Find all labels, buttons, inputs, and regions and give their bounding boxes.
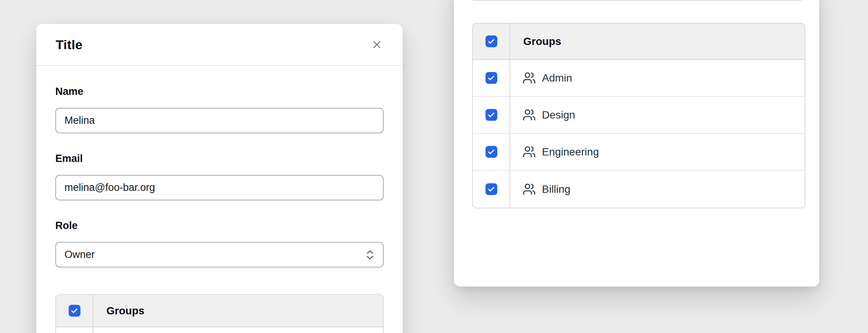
modal-body: Name Email Role Owner <box>36 85 403 333</box>
groups-column-header: Groups <box>93 295 145 327</box>
modal-title: Title <box>56 37 82 52</box>
check-icon <box>487 186 495 193</box>
check-icon <box>487 111 495 119</box>
panel-groups-table-header: Groups <box>473 24 805 60</box>
row-checkbox[interactable] <box>485 146 497 158</box>
x-icon <box>371 38 383 51</box>
row-content-cell: Engineering <box>510 134 599 170</box>
table-row-design[interactable]: Design <box>473 97 805 134</box>
modal-groups-table: Groups <box>55 294 384 333</box>
edit-user-modal: Title Name Email Role Owner <box>36 24 403 333</box>
row-content-cell <box>93 327 106 333</box>
screen: Title Name Email Role Owner <box>0 0 868 333</box>
table-row-billing[interactable]: Billing <box>473 171 805 208</box>
chevrons-up-down-icon <box>364 249 376 261</box>
email-input[interactable] <box>55 175 384 200</box>
table-row-admin[interactable]: Admin <box>473 60 805 97</box>
row-checkbox-cell <box>56 327 93 333</box>
check-icon <box>487 148 495 156</box>
modal-header: Title <box>36 24 403 66</box>
row-content-cell: Admin <box>510 60 572 96</box>
email-label: Email <box>55 152 384 165</box>
groups-column-header: Groups <box>510 24 561 59</box>
group-name: Admin <box>542 72 572 84</box>
header-checkbox-cell <box>473 24 510 59</box>
name-label: Name <box>55 85 384 98</box>
name-input[interactable] <box>55 108 384 133</box>
row-checkbox[interactable] <box>485 183 497 195</box>
users-icon <box>522 183 536 196</box>
group-name: Engineering <box>542 146 599 158</box>
cutoff-select-border <box>473 0 802 1</box>
name-field-group: Name <box>55 85 384 133</box>
users-icon <box>522 71 536 85</box>
users-icon <box>522 108 536 122</box>
table-row-engineering[interactable]: Engineering <box>473 134 805 171</box>
close-button[interactable] <box>368 35 386 54</box>
modal-groups-table-header: Groups <box>56 295 383 327</box>
row-content-cell: Design <box>510 97 575 133</box>
role-select-value: Owner <box>64 249 95 261</box>
row-checkbox-cell <box>473 134 510 170</box>
role-label: Role <box>55 219 384 232</box>
row-checkbox[interactable] <box>485 72 497 84</box>
panel-groups-table: Groups Admin <box>472 23 805 208</box>
row-content-cell: Billing <box>510 171 571 208</box>
check-icon <box>71 307 78 315</box>
row-checkbox-cell <box>473 60 510 96</box>
row-checkbox[interactable] <box>485 109 497 121</box>
users-icon <box>522 145 536 158</box>
check-icon <box>487 74 495 82</box>
role-field-group: Role Owner <box>55 219 384 267</box>
header-checkbox-cell <box>56 295 93 327</box>
row-checkbox-cell <box>473 97 510 133</box>
groups-panel: Groups Admin <box>454 0 819 287</box>
check-icon <box>487 38 495 45</box>
group-name: Design <box>542 109 575 121</box>
table-row[interactable] <box>56 327 383 333</box>
select-all-checkbox[interactable] <box>485 35 497 47</box>
email-field-group: Email <box>55 152 384 200</box>
select-all-checkbox[interactable] <box>69 305 80 317</box>
role-select[interactable]: Owner <box>55 242 384 267</box>
group-name: Billing <box>542 183 571 195</box>
row-checkbox-cell <box>473 171 510 208</box>
